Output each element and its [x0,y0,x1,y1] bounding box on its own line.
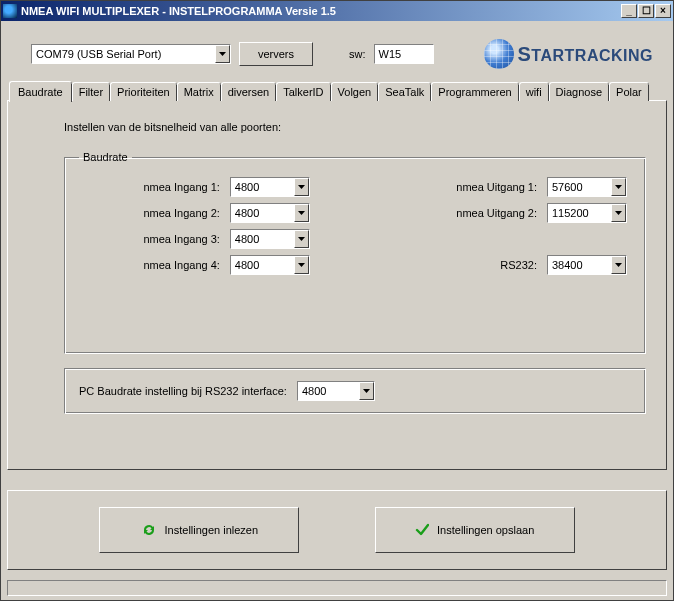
refresh-button[interactable]: ververs [239,42,313,66]
chevron-down-icon[interactable] [359,382,374,400]
chevron-down-icon[interactable] [294,178,309,196]
maximize-button[interactable]: ☐ [638,4,654,18]
brand-logo: STARTRACKING [484,39,661,69]
tab-prioriteiten[interactable]: Prioriteiten [110,82,177,101]
combo-uitgang1[interactable]: 57600 [547,177,627,197]
baudrate-group: Baudrate nmea Ingang 1: 4800 nmea Uitgan… [64,151,646,354]
lbl-ingang2: nmea Ingang 2: [79,207,224,219]
read-settings-button[interactable]: Instellingen inlezen [99,507,299,553]
chevron-down-icon[interactable] [215,45,230,63]
refresh-icon [141,522,157,538]
intro-text: Instellen van de bitsnelheid van alle po… [64,121,646,133]
close-button[interactable]: × [655,4,671,18]
lbl-uitgang1: nmea Uitgang 1: [392,181,541,193]
refresh-label: ververs [258,48,294,60]
status-bar [7,580,667,596]
tabs-container: BaudrateFilterPrioriteitenMatrixdiversen… [7,81,667,470]
chevron-down-icon[interactable] [611,204,626,222]
combo-ingang4[interactable]: 4800 [230,255,310,275]
lbl-uitgang2: nmea Uitgang 2: [392,207,541,219]
combo-ingang1[interactable]: 4800 [230,177,310,197]
tab-wifi[interactable]: wifi [519,82,549,101]
tabs-row: BaudrateFilterPrioriteitenMatrixdiversen… [7,81,667,101]
app-icon [3,4,17,18]
minimize-button[interactable]: _ [621,4,637,18]
tab-baudrate[interactable]: Baudrate [9,81,72,102]
lbl-ingang4: nmea Ingang 4: [79,259,224,271]
combo-uitgang2[interactable]: 115200 [547,203,627,223]
action-bar: Instellingen inlezen Instellingen opslaa… [7,490,667,570]
tab-diagnose[interactable]: Diagnose [549,82,609,101]
tab-programmeren[interactable]: Programmeren [431,82,518,101]
tab-panel-baudrate: Instellen van de bitsnelheid van alle po… [7,100,667,470]
lbl-pc-baud: PC Baudrate instelling bij RS232 interfa… [79,385,287,397]
baudrate-legend: Baudrate [79,151,132,163]
tab-matrix[interactable]: Matrix [177,82,221,101]
sw-field[interactable]: W15 [374,44,434,64]
window-title: NMEA WIFI MULTIPLEXER - INSTELPROGRAMMA … [21,5,621,17]
combo-rs232[interactable]: 38400 [547,255,627,275]
tab-seatalk[interactable]: SeaTalk [378,82,431,101]
sw-value: W15 [379,48,402,60]
tab-talkerid[interactable]: TalkerID [276,82,330,101]
chevron-down-icon[interactable] [294,230,309,248]
lbl-ingang3: nmea Ingang 3: [79,233,224,245]
chevron-down-icon[interactable] [294,256,309,274]
app-window: NMEA WIFI MULTIPLEXER - INSTELPROGRAMMA … [0,0,674,601]
chevron-down-icon[interactable] [294,204,309,222]
tab-filter[interactable]: Filter [72,82,110,101]
lbl-rs232: RS232: [392,259,541,271]
brand-text: STARTRACKING [518,43,653,66]
top-toolbar: COM79 (USB Serial Port) ververs sw: W15 … [1,21,673,81]
tab-volgen[interactable]: Volgen [331,82,379,101]
titlebar: NMEA WIFI MULTIPLEXER - INSTELPROGRAMMA … [1,1,673,21]
pc-baud-group: PC Baudrate instelling bij RS232 interfa… [64,368,646,414]
sw-label: sw: [349,48,366,60]
combo-ingang2[interactable]: 4800 [230,203,310,223]
com-port-value: COM79 (USB Serial Port) [32,48,215,60]
combo-pc-baud[interactable]: 4800 [297,381,375,401]
com-port-combo[interactable]: COM79 (USB Serial Port) [31,44,231,64]
globe-icon [484,39,514,69]
save-settings-button[interactable]: Instellingen opslaan [375,507,575,553]
chevron-down-icon[interactable] [611,178,626,196]
tab-polar[interactable]: Polar [609,82,649,101]
lbl-ingang1: nmea Ingang 1: [79,181,224,193]
read-settings-label: Instellingen inlezen [165,524,259,536]
tab-diversen[interactable]: diversen [221,82,277,101]
combo-ingang3[interactable]: 4800 [230,229,310,249]
save-settings-label: Instellingen opslaan [437,524,534,536]
check-icon [415,523,429,537]
chevron-down-icon[interactable] [611,256,626,274]
